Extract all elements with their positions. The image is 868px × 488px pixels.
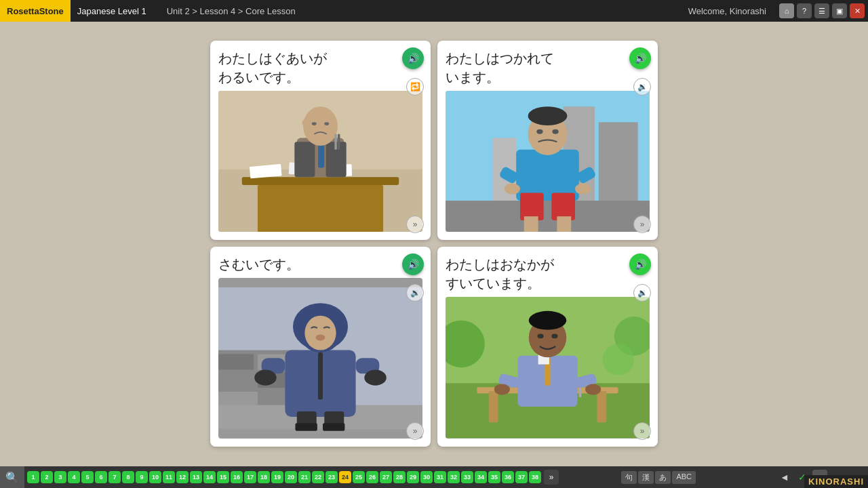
- speaker-small-icon: 🔁: [410, 82, 420, 92]
- svg-point-76: [494, 384, 510, 395]
- progress-bubble-25[interactable]: 25: [353, 471, 365, 483]
- progress-bubble-12[interactable]: 12: [176, 471, 189, 483]
- rosetta-stone-logo[interactable]: RosettaStone: [0, 0, 71, 22]
- hiragana-toggle[interactable]: あ: [655, 471, 671, 484]
- progress-bubble-20[interactable]: 20: [285, 471, 297, 483]
- svg-point-33: [536, 129, 542, 134]
- progress-bubble-35[interactable]: 35: [488, 471, 500, 483]
- svg-point-71: [529, 311, 567, 330]
- audio-main-sick[interactable]: 🔊: [402, 47, 424, 69]
- arrow-left-icon[interactable]: ◄: [777, 470, 792, 485]
- progress-bubble-34[interactable]: 34: [475, 471, 487, 483]
- progress-bubble-22[interactable]: 22: [312, 471, 324, 483]
- audio-bottom-hungry[interactable]: »: [633, 422, 651, 440]
- speaker-small-icon-cold: 🔉: [410, 288, 420, 298]
- progress-bubble-23[interactable]: 23: [326, 471, 338, 483]
- progress-bubble-18[interactable]: 18: [258, 471, 270, 483]
- svg-point-48: [316, 335, 326, 341]
- card-hungry-text: わたしはおなかがすいています。: [446, 255, 609, 293]
- kanji-toggle-2[interactable]: 漢: [638, 471, 654, 484]
- progress-bubble-17[interactable]: 17: [244, 471, 256, 483]
- user-badge: KINORASHI: [804, 475, 868, 488]
- bottom-navigation-bar: 🔍 12345678910111213141516171819202122232…: [0, 466, 868, 488]
- progress-bubble-13[interactable]: 13: [190, 471, 202, 483]
- speaker-icon-tired: 🔊: [635, 53, 646, 64]
- lesson-card-grid: わたしはぐあいがわるいです。 🔊 🔁: [210, 41, 658, 427]
- progress-bubble-6[interactable]: 6: [95, 471, 107, 483]
- progress-bubble-36[interactable]: 36: [502, 471, 514, 483]
- progress-bubble-28[interactable]: 28: [393, 471, 406, 483]
- svg-point-77: [585, 384, 601, 395]
- svg-rect-57: [323, 424, 344, 432]
- svg-rect-24: [551, 192, 575, 220]
- audio-main-tired[interactable]: 🔊: [629, 47, 651, 69]
- progress-bubble-37[interactable]: 37: [515, 471, 528, 483]
- svg-point-73: [551, 334, 557, 339]
- svg-rect-62: [597, 391, 606, 422]
- svg-point-72: [537, 334, 543, 339]
- progress-bubble-2[interactable]: 2: [41, 471, 53, 483]
- progress-bubble-31[interactable]: 31: [434, 471, 446, 483]
- home-icon[interactable]: ⌂: [779, 3, 794, 18]
- audio-main-hungry[interactable]: 🔊: [629, 253, 651, 275]
- top-navigation-bar: RosettaStone Japanese Level 1 Unit 2 > L…: [0, 0, 868, 22]
- progress-bubble-15[interactable]: 15: [217, 471, 229, 483]
- logo-text: RosettaStone: [7, 6, 64, 16]
- audio-bottom-cold[interactable]: »: [406, 422, 424, 440]
- menu-icon[interactable]: ☰: [814, 3, 829, 18]
- progress-bubble-16[interactable]: 16: [231, 471, 243, 483]
- progress-bubble-4[interactable]: 4: [68, 471, 80, 483]
- progress-bubble-5[interactable]: 5: [81, 471, 94, 483]
- progress-bubble-29[interactable]: 29: [407, 471, 419, 483]
- svg-point-80: [603, 344, 634, 375]
- audio-main-cold[interactable]: 🔊: [402, 253, 424, 275]
- progress-bubble-1[interactable]: 1: [27, 471, 39, 483]
- close-icon[interactable]: ✕: [850, 3, 865, 18]
- progress-bubble-10[interactable]: 10: [149, 471, 161, 483]
- progress-bubble-32[interactable]: 32: [448, 471, 460, 483]
- card-hungry: わたしはおなかがすいています。 🔊 🔉: [437, 247, 658, 446]
- progress-bubble-24[interactable]: 24: [339, 471, 351, 483]
- progress-bubbles-container: 1234567891011121314151617181920212223242…: [27, 470, 868, 485]
- svg-rect-21: [446, 201, 650, 232]
- svg-point-32: [528, 106, 568, 125]
- speaker-small-icon-2: »: [413, 220, 418, 229]
- speaker-bottom-icon-cold: »: [413, 426, 418, 436]
- progress-bubble-38[interactable]: 38: [529, 471, 541, 483]
- progress-bubble-30[interactable]: 30: [420, 471, 433, 483]
- svg-rect-23: [520, 192, 544, 220]
- romaji-toggle[interactable]: ABC: [672, 471, 696, 484]
- settings-icon[interactable]: ▣: [832, 3, 847, 18]
- topbar-icon-group: ⌂ ? ☰ ▣ ✕: [779, 3, 865, 18]
- progress-bubble-21[interactable]: 21: [298, 471, 311, 483]
- search-icon: 🔍: [5, 471, 19, 484]
- progress-bubble-26[interactable]: 26: [366, 471, 378, 483]
- kanji-toggle[interactable]: 句: [621, 471, 637, 484]
- card-tired: わたしはつかれています。 🔊 🔉: [437, 41, 658, 240]
- bubbles-next-arrow[interactable]: »: [544, 470, 559, 485]
- card-tired-image: [446, 91, 650, 232]
- svg-rect-8: [294, 142, 315, 177]
- progress-bubble-19[interactable]: 19: [271, 471, 283, 483]
- progress-bubble-9[interactable]: 9: [136, 471, 148, 483]
- progress-bubble-3[interactable]: 3: [54, 471, 66, 483]
- card-tired-text: わたしはつかれています。: [446, 49, 609, 87]
- svg-point-52: [254, 370, 276, 386]
- svg-rect-25: [524, 216, 538, 232]
- speaker-icon-hungry: 🔊: [635, 259, 646, 270]
- progress-bubble-11[interactable]: 11: [163, 471, 175, 483]
- speaker-bottom-icon-tired: »: [640, 220, 645, 229]
- help-icon[interactable]: ?: [797, 3, 812, 18]
- course-title: Japanese Level 1: [77, 6, 146, 16]
- search-button[interactable]: 🔍: [0, 466, 24, 488]
- audio-mid-tired[interactable]: 🔉: [633, 78, 651, 96]
- svg-rect-3: [258, 185, 383, 232]
- progress-bubble-7[interactable]: 7: [108, 471, 121, 483]
- progress-bubble-33[interactable]: 33: [461, 471, 473, 483]
- card-sick: わたしはぐあいがわるいです。 🔊 🔁: [210, 41, 431, 240]
- audio-mid-sick[interactable]: 🔁: [406, 78, 424, 96]
- progress-bubble-14[interactable]: 14: [203, 471, 216, 483]
- card-sick-text: わたしはぐあいがわるいです。: [218, 49, 382, 87]
- progress-bubble-27[interactable]: 27: [380, 471, 392, 483]
- progress-bubble-8[interactable]: 8: [122, 471, 134, 483]
